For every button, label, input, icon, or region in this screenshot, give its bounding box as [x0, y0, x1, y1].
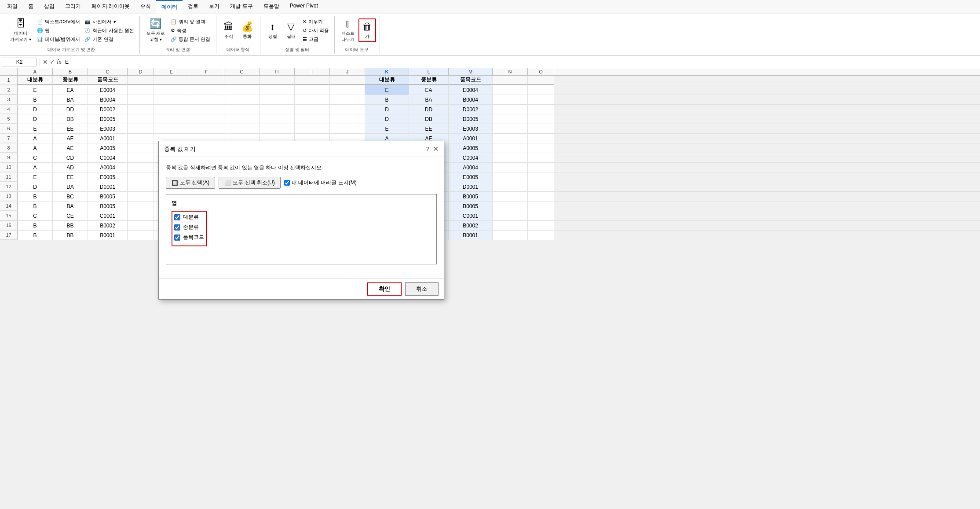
dialog-description: 중복 값을 삭제하려면 중복 값이 있는 열을 하나 이상 선택하십시오.: [166, 164, 437, 172]
list-item-jungbunyeol: 중분류: [174, 223, 204, 231]
remove-duplicates-dialog: 중복 값 제거 ? ✕ 중복 값을 삭제하려면 중복 값이 있는 열을 하나 이…: [158, 141, 444, 300]
header-row-checkbox-label[interactable]: 내 데이터에 머리글 표시(M): [284, 179, 357, 187]
checkbox-daebunyeol[interactable]: [174, 214, 180, 220]
list-item-pummokcode: 품목코드: [174, 234, 204, 241]
ok-button[interactable]: 확인: [367, 282, 402, 296]
deselect-all-button[interactable]: ⬜ 모두 선택 취소(U): [219, 177, 280, 189]
dialog-footer: 확인 취소: [159, 278, 444, 299]
dialog-overlay: 중복 값 제거 ? ✕ 중복 값을 삭제하려면 중복 값이 있는 열을 하나 이…: [0, 0, 980, 507]
list-item-daebunyeol: 대분류: [174, 213, 204, 221]
dialog-body: 중복 값을 삭제하려면 중복 값이 있는 열을 하나 이상 선택하십시오. 🔲 …: [159, 157, 444, 278]
select-all-button[interactable]: 🔲 모두 선택(A): [166, 177, 215, 189]
checkbox-pummokcode[interactable]: [174, 234, 180, 241]
dialog-title: 중복 값 제거: [164, 145, 196, 153]
select-all-icon: 🔲: [172, 180, 178, 186]
cancel-button[interactable]: 취소: [405, 282, 439, 296]
header-row-checkbox[interactable]: [284, 180, 290, 186]
dialog-help-icon[interactable]: ?: [426, 146, 429, 152]
dialog-close-button[interactable]: ✕: [433, 145, 439, 153]
checkbox-jungbunyeol[interactable]: [174, 224, 180, 231]
column-list: 열 대분류 중분류 품목코드: [166, 194, 437, 264]
column-list-header: 열: [172, 200, 431, 207]
deselect-all-icon: ⬜: [224, 180, 231, 186]
dialog-buttons-row: 🔲 모두 선택(A) ⬜ 모두 선택 취소(U) 내 데이터에 머리글 표시(M…: [166, 177, 437, 189]
dialog-title-bar: 중복 값 제거 ? ✕: [159, 141, 444, 157]
